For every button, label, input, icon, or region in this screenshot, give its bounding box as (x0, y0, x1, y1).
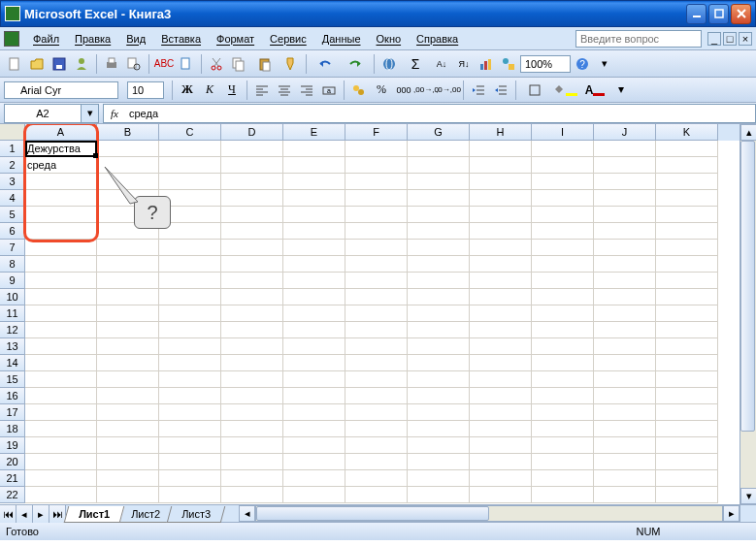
row-header-8[interactable]: 8 (0, 256, 25, 273)
col-header-G[interactable]: G (408, 124, 470, 141)
cell-J3[interactable] (594, 174, 656, 190)
cell-F2[interactable] (345, 157, 408, 174)
cell-I12[interactable] (532, 322, 594, 338)
cell-D8[interactable] (221, 256, 283, 273)
cell-C3[interactable] (159, 174, 221, 190)
cell-H16[interactable] (470, 388, 532, 404)
cell-F13[interactable] (345, 338, 408, 355)
cell-A15[interactable] (25, 371, 97, 388)
cell-E19[interactable] (283, 437, 345, 454)
cell-D21[interactable] (221, 470, 283, 487)
cell-G19[interactable] (408, 437, 470, 454)
print-button[interactable] (101, 53, 122, 75)
cell-A4[interactable] (25, 190, 97, 207)
cell-C1[interactable] (159, 141, 221, 157)
cell-J7[interactable] (594, 240, 656, 256)
row-header-9[interactable]: 9 (0, 273, 25, 289)
cell-A21[interactable] (25, 470, 97, 487)
align-center-button[interactable] (274, 80, 295, 101)
cell-A8[interactable] (25, 256, 97, 273)
scroll-down-button[interactable]: ▾ (740, 488, 756, 504)
cell-A6[interactable] (25, 223, 97, 240)
cell-B17[interactable] (97, 404, 159, 421)
row-header-18[interactable]: 18 (0, 421, 25, 437)
sheet-next-button[interactable]: ▸ (33, 505, 49, 523)
cell-K3[interactable] (656, 174, 718, 190)
cell-A7[interactable] (25, 240, 97, 256)
sheet-tab-1[interactable]: Лист1 (64, 506, 125, 523)
col-header-H[interactable]: H (470, 124, 532, 141)
cell-F8[interactable] (345, 256, 408, 273)
cell-D14[interactable] (221, 355, 283, 371)
align-left-button[interactable] (251, 80, 273, 101)
cell-E1[interactable] (283, 141, 345, 157)
cell-D5[interactable] (221, 207, 283, 223)
cell-J11[interactable] (594, 305, 656, 322)
scroll-left-button[interactable]: ◂ (239, 505, 255, 522)
cell-J10[interactable] (594, 289, 656, 305)
formula-input[interactable] (125, 108, 755, 119)
paste-button[interactable] (250, 53, 279, 75)
cell-D13[interactable] (221, 338, 283, 355)
name-box-dropdown[interactable]: ▾ (81, 105, 98, 122)
cell-E13[interactable] (283, 338, 345, 355)
comma-button[interactable]: 000 (393, 80, 414, 101)
cell-C14[interactable] (159, 355, 221, 371)
cell-C17[interactable] (159, 404, 221, 421)
cell-E14[interactable] (283, 355, 345, 371)
menu-help[interactable]: Справка (409, 31, 466, 47)
doc-icon[interactable] (4, 31, 19, 47)
cell-J5[interactable] (594, 207, 656, 223)
drawing-button[interactable] (498, 53, 519, 75)
cell-I2[interactable] (532, 157, 594, 174)
cell-K17[interactable] (656, 404, 718, 421)
cell-F19[interactable] (345, 437, 408, 454)
cell-C18[interactable] (159, 421, 221, 437)
cell-D6[interactable] (221, 223, 283, 240)
cell-K12[interactable] (656, 322, 718, 338)
cell-I20[interactable] (532, 454, 594, 470)
cell-H6[interactable] (470, 223, 532, 240)
cell-E15[interactable] (283, 371, 345, 388)
cell-C15[interactable] (159, 371, 221, 388)
cell-E6[interactable] (283, 223, 345, 240)
cell-G4[interactable] (408, 190, 470, 207)
cell-D16[interactable] (221, 388, 283, 404)
cell-B15[interactable] (97, 371, 159, 388)
cell-F9[interactable] (345, 273, 408, 289)
cell-F16[interactable] (345, 388, 408, 404)
cell-E17[interactable] (283, 404, 345, 421)
print-preview-button[interactable] (123, 53, 145, 75)
hyperlink-button[interactable] (378, 53, 400, 75)
cell-D10[interactable] (221, 289, 283, 305)
cell-E4[interactable] (283, 190, 345, 207)
cell-D18[interactable] (221, 421, 283, 437)
cell-H7[interactable] (470, 240, 532, 256)
cell-E7[interactable] (283, 240, 345, 256)
h-scroll-track[interactable] (255, 505, 723, 522)
cell-C20[interactable] (159, 454, 221, 470)
cell-G13[interactable] (408, 338, 470, 355)
cell-G9[interactable] (408, 273, 470, 289)
cell-H2[interactable] (470, 157, 532, 174)
cell-J21[interactable] (594, 470, 656, 487)
cell-I17[interactable] (532, 404, 594, 421)
cell-B1[interactable] (97, 141, 159, 157)
decrease-indent-button[interactable] (468, 80, 489, 101)
cell-K4[interactable] (656, 190, 718, 207)
cell-F11[interactable] (345, 305, 408, 322)
cell-F5[interactable] (345, 207, 408, 223)
borders-button[interactable] (520, 80, 549, 101)
cell-F3[interactable] (345, 174, 408, 190)
cell-H12[interactable] (470, 322, 532, 338)
cell-A13[interactable] (25, 338, 97, 355)
cell-G16[interactable] (408, 388, 470, 404)
cell-D3[interactable] (221, 174, 283, 190)
row-header-2[interactable]: 2 (0, 157, 25, 174)
h-scroll-thumb[interactable] (256, 506, 489, 521)
row-header-3[interactable]: 3 (0, 174, 25, 190)
cell-B16[interactable] (97, 388, 159, 404)
row-header-14[interactable]: 14 (0, 355, 25, 371)
cell-A19[interactable] (25, 437, 97, 454)
cell-K19[interactable] (656, 437, 718, 454)
